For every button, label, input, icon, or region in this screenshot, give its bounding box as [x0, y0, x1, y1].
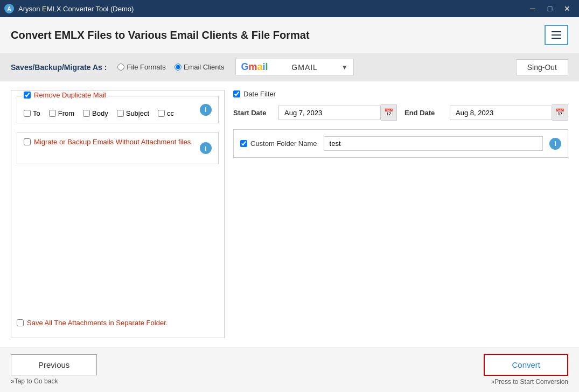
- migrate-info-icon[interactable]: i: [200, 142, 212, 154]
- menu-line-2: [552, 34, 561, 36]
- window-controls: ─ □ ✕: [525, 1, 575, 16]
- app-logo: A: [4, 4, 14, 13]
- migrate-section: Migrate or Backup Emails Without Attachm…: [17, 132, 219, 164]
- start-date-group: 📅: [278, 104, 397, 121]
- body-checkbox[interactable]: [83, 110, 90, 117]
- cc-field-option[interactable]: cc: [158, 109, 174, 117]
- gmail-logo-icon: Gmail: [241, 61, 268, 73]
- dropdown-arrow-icon: ▼: [341, 64, 348, 71]
- end-date-group: 📅: [450, 104, 568, 121]
- custom-folder-input[interactable]: [324, 136, 543, 151]
- date-filter-section: Date Filter Start Date 📅 End Date 📅: [233, 90, 568, 121]
- gmail-dropdown[interactable]: Gmail GMAIL ▼: [235, 59, 354, 75]
- file-formats-radio[interactable]: [117, 64, 124, 71]
- tap-go-back-text: »Tap to Go back: [11, 377, 97, 385]
- remove-duplicate-section: Remove Duplicate Mail To From: [17, 96, 219, 123]
- custom-folder-section: Custom Folder Name i: [233, 129, 568, 158]
- end-date-input[interactable]: [450, 106, 552, 120]
- radio-group: File Formats Email Clients: [117, 63, 224, 71]
- save-attachments-checkbox[interactable]: [17, 319, 24, 326]
- start-date-calendar-button[interactable]: 📅: [381, 104, 397, 121]
- cc-checkbox[interactable]: [158, 110, 165, 117]
- footer-right: Convert »Press to Start Conversion: [484, 354, 568, 386]
- save-attachments-section: Save All The Attachments in Separate Fol…: [17, 313, 219, 332]
- email-clients-option[interactable]: Email Clients: [175, 63, 225, 71]
- menu-line-3: [552, 38, 561, 39]
- custom-folder-checkbox[interactable]: [240, 140, 247, 147]
- remove-duplicate-checkbox[interactable]: [24, 92, 31, 99]
- app-title: Aryson EMLX Converter Tool (Demo): [18, 5, 134, 13]
- subject-field-option[interactable]: Subject: [117, 109, 149, 117]
- close-button[interactable]: ✕: [560, 1, 575, 16]
- saves-label: Saves/Backup/Migrate As :: [11, 63, 107, 72]
- remove-duplicate-legend: Remove Duplicate Mail: [22, 91, 108, 99]
- body-field-option[interactable]: Body: [83, 109, 108, 117]
- end-date-calendar-button[interactable]: 📅: [552, 104, 568, 121]
- app-header: Convert EMLX Files to Various Email Clie…: [0, 17, 579, 53]
- menu-line-1: [552, 31, 561, 32]
- custom-folder-info-icon[interactable]: i: [549, 138, 561, 150]
- left-panel: Remove Duplicate Mail To From: [11, 90, 225, 338]
- end-date-label: End Date: [404, 109, 442, 117]
- main-content: Remove Duplicate Mail To From: [0, 81, 579, 347]
- from-field-option[interactable]: From: [49, 109, 74, 117]
- convert-button[interactable]: Convert: [484, 354, 568, 376]
- remove-duplicate-label[interactable]: Remove Duplicate Mail: [24, 91, 106, 99]
- gmail-text: GMAIL: [291, 63, 318, 72]
- migrate-label[interactable]: Migrate or Backup Emails Without Attachm…: [24, 138, 212, 146]
- title-bar: A Aryson EMLX Converter Tool (Demo) ─ □ …: [0, 0, 579, 17]
- page-title: Convert EMLX Files to Various Email Clie…: [11, 29, 310, 41]
- to-checkbox[interactable]: [24, 110, 31, 117]
- file-formats-option[interactable]: File Formats: [117, 63, 165, 71]
- start-date-label: Start Date: [233, 109, 271, 117]
- footer: Previous »Tap to Go back Convert »Press …: [0, 347, 579, 392]
- date-filter-header: Date Filter: [233, 90, 568, 98]
- from-checkbox[interactable]: [49, 110, 56, 117]
- duplicate-info-icon[interactable]: i: [200, 104, 212, 116]
- signout-button[interactable]: Sing-Out: [516, 59, 568, 75]
- maximize-button[interactable]: □: [542, 1, 557, 16]
- date-row: Start Date 📅 End Date 📅: [233, 104, 568, 121]
- app-content: Convert EMLX Files to Various Email Clie…: [0, 17, 579, 392]
- minimize-button[interactable]: ─: [525, 1, 540, 16]
- previous-button[interactable]: Previous: [11, 354, 97, 375]
- custom-folder-label[interactable]: Custom Folder Name: [240, 139, 317, 148]
- panels-row: Remove Duplicate Mail To From: [11, 90, 568, 338]
- email-clients-radio[interactable]: [175, 64, 182, 71]
- start-date-input[interactable]: [278, 106, 381, 120]
- date-filter-checkbox[interactable]: [233, 90, 240, 97]
- migrate-checkbox[interactable]: [24, 138, 31, 145]
- save-attachments-label[interactable]: Save All The Attachments in Separate Fol…: [17, 319, 219, 327]
- subject-checkbox[interactable]: [117, 110, 124, 117]
- right-panel: Date Filter Start Date 📅 End Date 📅: [233, 90, 568, 338]
- press-convert-text: »Press to Start Conversion: [491, 378, 568, 386]
- toolbar: Saves/Backup/Migrate As : File Formats E…: [0, 53, 579, 81]
- menu-button[interactable]: [545, 25, 568, 45]
- field-checkboxes: To From Body Subject: [24, 109, 212, 117]
- footer-left: Previous »Tap to Go back: [11, 354, 97, 385]
- title-bar-left: A Aryson EMLX Converter Tool (Demo): [4, 4, 134, 13]
- to-field-option[interactable]: To: [24, 109, 40, 117]
